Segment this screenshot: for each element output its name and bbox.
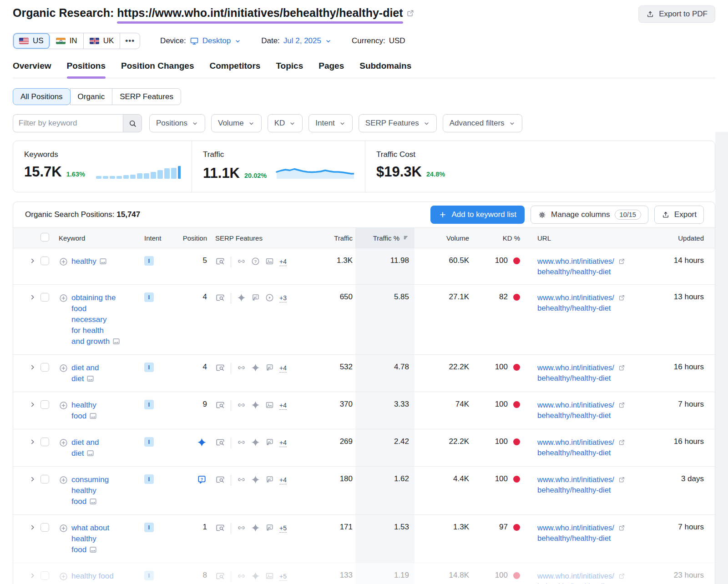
date-selector[interactable]: Jul 2, 2025 xyxy=(283,36,321,45)
tab-position-changes[interactable]: Position Changes xyxy=(121,61,194,71)
external-link-icon[interactable] xyxy=(618,294,626,302)
keyword-link[interactable]: healthy xyxy=(71,256,107,277)
tab-pages[interactable]: Pages xyxy=(318,61,344,71)
intent-badge-informational[interactable]: I xyxy=(144,523,154,532)
row-checkbox[interactable] xyxy=(40,363,49,372)
country-tab-uk[interactable]: UK xyxy=(84,33,121,49)
row-checkbox[interactable] xyxy=(40,438,49,446)
serp-more-features[interactable]: +4 xyxy=(279,364,287,373)
tab-subdomains[interactable]: Subdomains xyxy=(359,61,411,71)
external-link-icon[interactable] xyxy=(618,401,626,409)
intent-badge-informational[interactable]: I xyxy=(144,437,154,447)
keyword-link[interactable]: what abouthealthyfood xyxy=(71,523,109,555)
intent-badge-informational[interactable]: I xyxy=(144,362,154,372)
external-link-icon[interactable] xyxy=(618,572,626,580)
expand-row-icon[interactable] xyxy=(29,476,36,483)
serp-preview-icon[interactable] xyxy=(215,571,225,581)
intent-badge-informational[interactable]: I xyxy=(144,474,154,484)
device-selector[interactable]: Desktop xyxy=(202,36,231,45)
add-keyword-icon[interactable] xyxy=(59,524,68,533)
intent-badge-informational[interactable]: I xyxy=(144,400,154,409)
serp-more-features[interactable]: +5 xyxy=(279,524,287,533)
intent-badge-informational[interactable]: I xyxy=(144,292,154,302)
keyword-link[interactable]: healthyfood xyxy=(71,400,97,422)
url-link[interactable]: www.who.int/initiatives/ xyxy=(537,293,614,302)
serp-more-features[interactable]: +5 xyxy=(279,572,287,581)
expand-row-icon[interactable] xyxy=(29,257,36,264)
column-header-traffic[interactable]: Traffic xyxy=(305,234,355,242)
subtab-serp-features[interactable]: SERP Features xyxy=(112,88,181,105)
url-link-line2[interactable]: behealthy/healthy-diet xyxy=(537,485,629,495)
url-link-line2[interactable]: behealthy/healthy-diet xyxy=(537,581,629,584)
add-keyword-icon[interactable] xyxy=(59,475,68,485)
column-header-url[interactable]: URL xyxy=(520,234,629,242)
serp-snapshot-icon[interactable] xyxy=(89,545,97,554)
country-tab-us[interactable]: US xyxy=(13,33,50,49)
keyword-link[interactable]: diet anddiet xyxy=(71,362,99,384)
url-link-line2[interactable]: behealthy/healthy-diet xyxy=(537,267,629,277)
serp-snapshot-icon[interactable] xyxy=(89,412,97,420)
expand-row-icon[interactable] xyxy=(29,572,36,579)
url-link[interactable]: www.who.int/initiatives/ xyxy=(537,257,614,265)
serp-preview-icon[interactable] xyxy=(215,400,225,410)
external-link-icon[interactable] xyxy=(618,364,626,372)
intent-badge-informational[interactable]: I xyxy=(144,256,154,266)
keyword-link[interactable]: obtaining thefoodnecessaryfor healthand … xyxy=(71,292,121,347)
row-checkbox[interactable] xyxy=(40,257,49,265)
more-countries-button[interactable]: ••• xyxy=(120,33,140,49)
serp-more-features[interactable]: +3 xyxy=(279,294,287,302)
serp-snapshot-icon[interactable] xyxy=(86,374,95,383)
tab-positions[interactable]: Positions xyxy=(67,61,106,71)
filter-dropdown-advanced-filters[interactable]: Advanced filters xyxy=(443,114,522,132)
keyword-link[interactable]: consuminghealthyfood xyxy=(71,474,109,507)
serp-preview-icon[interactable] xyxy=(215,438,225,448)
url-link[interactable]: www.who.int/initiatives/ xyxy=(537,475,614,483)
url-link-line2[interactable]: behealthy/healthy-diet xyxy=(537,373,629,383)
serp-more-features[interactable]: +4 xyxy=(279,438,287,447)
expand-row-icon[interactable] xyxy=(29,401,36,408)
column-header-keyword[interactable]: Keyword xyxy=(54,234,141,242)
url-link[interactable]: www.who.int/initiatives/ xyxy=(537,363,614,372)
add-to-keyword-list-button[interactable]: Add to keyword list xyxy=(430,206,525,224)
filter-dropdown-serp-features[interactable]: SERP Features xyxy=(359,114,437,132)
country-tab-in[interactable]: IN xyxy=(50,33,84,49)
filter-dropdown-kd[interactable]: KD xyxy=(268,114,303,132)
chevron-down-icon[interactable] xyxy=(325,38,332,45)
url-link-line2[interactable]: behealthy/healthy-diet xyxy=(537,448,629,458)
serp-preview-icon[interactable] xyxy=(215,475,225,485)
serp-more-features[interactable]: +4 xyxy=(279,476,287,484)
select-all-checkbox[interactable] xyxy=(40,233,49,242)
url-link[interactable]: www.who.int/initiatives/ xyxy=(537,438,614,446)
manage-columns-button[interactable]: Manage columns 10/15 xyxy=(531,206,648,224)
url-link-line2[interactable]: behealthy/healthy-diet xyxy=(537,533,629,544)
serp-preview-icon[interactable] xyxy=(215,257,225,267)
url-link[interactable]: www.who.int/initiatives/ xyxy=(537,401,614,409)
external-link-icon[interactable] xyxy=(618,476,626,483)
url-link-line2[interactable]: behealthy/healthy-diet xyxy=(537,410,629,421)
external-link-icon[interactable] xyxy=(618,438,626,446)
row-checkbox[interactable] xyxy=(40,400,49,409)
subtab-organic[interactable]: Organic xyxy=(70,88,113,105)
column-header-volume[interactable]: Volume xyxy=(415,234,469,242)
column-header-position[interactable]: Position xyxy=(167,234,209,242)
serp-more-features[interactable]: +4 xyxy=(279,401,287,410)
external-link-icon[interactable] xyxy=(618,524,626,532)
export-button[interactable]: Export xyxy=(654,206,704,224)
add-keyword-icon[interactable] xyxy=(59,572,68,581)
url-link[interactable]: www.who.int/initiatives/ xyxy=(537,572,614,580)
row-checkbox[interactable] xyxy=(40,475,49,483)
keyword-link[interactable]: diet anddiet xyxy=(71,437,99,459)
column-header-traffic-pct[interactable]: Traffic % xyxy=(355,228,415,248)
export-to-pdf-button[interactable]: Export to PDF xyxy=(638,5,715,23)
intent-badge-informational[interactable]: I xyxy=(144,571,154,580)
filter-dropdown-volume[interactable]: Volume xyxy=(211,114,262,132)
serp-preview-icon[interactable] xyxy=(215,293,225,303)
serp-preview-icon[interactable] xyxy=(215,363,225,373)
serp-snapshot-icon[interactable] xyxy=(99,257,107,266)
url-link-line2[interactable]: behealthy/healthy-diet xyxy=(537,303,629,313)
external-link-icon[interactable] xyxy=(406,9,415,18)
column-header-intent[interactable]: Intent xyxy=(141,234,167,242)
keyword-filter-input[interactable] xyxy=(13,114,123,132)
add-keyword-icon[interactable] xyxy=(59,293,68,303)
filter-dropdown-positions[interactable]: Positions xyxy=(149,114,205,132)
